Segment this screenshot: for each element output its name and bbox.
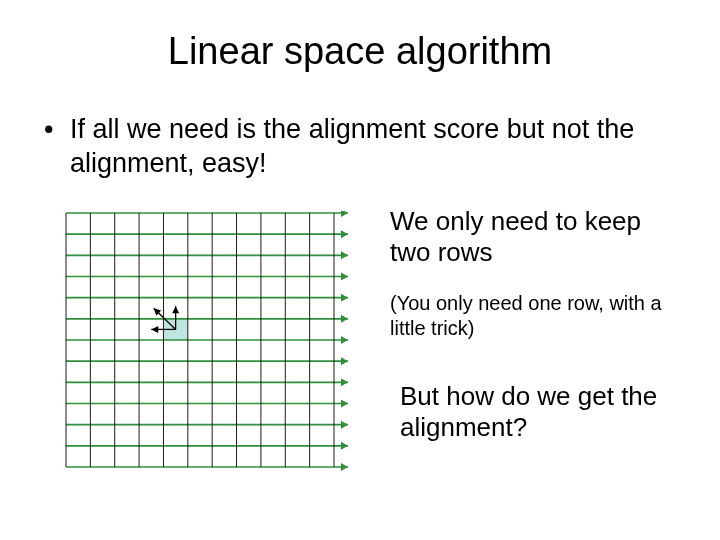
bullet-line: • If all we need is the alignment score …: [40, 113, 660, 181]
content-area: We only need to keep two rows (You only …: [0, 201, 720, 501]
dp-grid-diagram: [60, 211, 360, 471]
arrowhead-icon: [341, 251, 348, 259]
arrowhead-icon: [341, 399, 348, 407]
arrowhead-icon: [341, 357, 348, 365]
side-note-2: (You only need one row, with a little tr…: [390, 291, 690, 341]
arrowhead-icon: [341, 336, 348, 344]
arrowhead-icon: [341, 314, 348, 322]
bullet-dot-icon: •: [40, 113, 70, 181]
arrowhead-icon: [341, 420, 348, 428]
arrowhead-icon: [151, 325, 158, 332]
arrowhead-icon: [341, 211, 348, 217]
slide-title: Linear space algorithm: [0, 0, 720, 73]
arrowhead-icon: [341, 378, 348, 386]
arrowhead-icon: [172, 306, 179, 313]
arrowhead-icon: [341, 230, 348, 238]
arrowhead-icon: [341, 463, 348, 471]
bullet-text: If all we need is the alignment score bu…: [70, 113, 660, 181]
side-note-3: But how do we get the alignment?: [400, 381, 690, 443]
arrowhead-icon: [341, 272, 348, 280]
arrowhead-icon: [341, 441, 348, 449]
arrowhead-icon: [341, 293, 348, 301]
side-note-1: We only need to keep two rows: [390, 206, 680, 268]
